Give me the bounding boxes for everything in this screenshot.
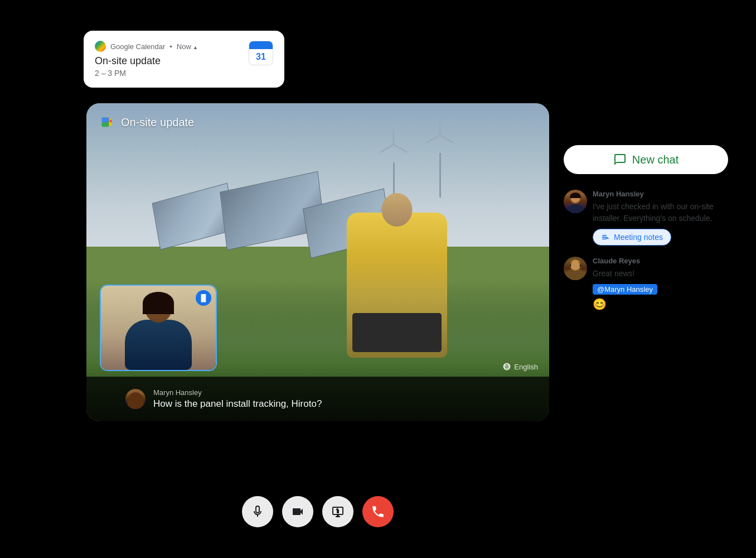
turbine-pole: [439, 153, 441, 198]
turbine-blades-1: [423, 119, 457, 153]
caption-avatar: [125, 389, 146, 409]
settings-icon: [502, 362, 511, 371]
meeting-notes-chip[interactable]: Meeting notes: [593, 229, 671, 246]
chat-message-1: Maryn Hansley I've just checked in with …: [564, 190, 728, 246]
chat-panel: New chat Maryn Hansley I've just checked…: [564, 145, 728, 322]
person-head: [382, 193, 413, 227]
pip-video: ▐▌: [100, 285, 217, 371]
mic-button[interactable]: [242, 496, 273, 527]
present-button[interactable]: [322, 496, 353, 527]
maryn-name: Maryn Hansley: [593, 190, 728, 198]
new-chat-button[interactable]: New chat: [564, 145, 728, 174]
claude-avatar-img: [564, 257, 587, 280]
google-calendar-icon: [95, 41, 106, 52]
notification-title: On-site update: [95, 55, 242, 67]
claude-name: Claude Reyes: [593, 257, 728, 265]
caption-bar: Maryn Hansley How is the panel install t…: [86, 377, 549, 421]
claude-avatar: [564, 257, 587, 280]
maryn-avatar-img: [564, 190, 587, 213]
reaction-emoji: 😊: [593, 297, 728, 311]
end-call-button[interactable]: [362, 496, 394, 527]
caption-avatar-figure: [128, 392, 143, 409]
caption-speaker-name: Maryn Hansley: [153, 388, 493, 397]
video-header: On-site update: [100, 114, 194, 130]
pip-audio-indicator: ▐▌: [196, 290, 211, 306]
person-laptop: [352, 313, 442, 352]
maryn-message-body: Maryn Hansley I've just checked in with …: [593, 190, 728, 246]
present-icon: [331, 505, 345, 518]
notification-time: Now: [177, 42, 198, 51]
notification-card: Google Calendar • Now On-site update 2 –…: [84, 31, 284, 88]
mic-icon: [251, 505, 264, 518]
caption-text: How is the panel install tracking, Hirot…: [153, 398, 493, 410]
calendar-day: 31: [256, 49, 266, 65]
notification-header: Google Calendar • Now: [95, 41, 242, 52]
notification-content: Google Calendar • Now On-site update 2 –…: [95, 41, 242, 78]
turbine-blade: [393, 143, 408, 153]
calendar-icon: 31: [249, 41, 273, 65]
turbine-blade: [393, 129, 395, 145]
end-call-icon: [371, 504, 385, 519]
svg-point-6: [571, 261, 580, 270]
notes-icon: [601, 233, 610, 242]
pip-person-hair: [143, 292, 174, 314]
wind-turbine-1: [423, 119, 457, 198]
maryn-avatar: [564, 190, 587, 213]
video-call-title: On-site update: [121, 116, 194, 129]
meeting-notes-label: Meeting notes: [614, 233, 663, 242]
pip-person: [122, 292, 195, 370]
chat-message-2: Claude Reyes Great news! @Maryn Hansley …: [564, 257, 728, 311]
notification-dot: •: [169, 42, 172, 51]
chevron-up-icon: [193, 42, 198, 51]
new-chat-label: New chat: [632, 153, 679, 166]
mention-chip: @Maryn Hansley: [593, 284, 657, 295]
camera-icon: [291, 505, 304, 518]
notification-subtitle: 2 – 3 PM: [95, 69, 242, 78]
claude-message-text: Great news!: [593, 268, 728, 280]
video-call-container: On-site update English Maryn Hansley How…: [86, 103, 549, 421]
pip-person-body: [125, 320, 192, 370]
notification-source: Google Calendar: [110, 42, 165, 51]
camera-button[interactable]: [282, 496, 313, 527]
turbine-blade: [439, 134, 454, 143]
controls-bar: [86, 496, 549, 527]
chat-icon: [613, 153, 627, 166]
meet-logo: [100, 114, 115, 130]
turbine-blades-2: [377, 129, 410, 162]
calendar-header: [249, 41, 273, 49]
language-indicator: English: [502, 362, 538, 371]
main-video: On-site update English Maryn Hansley How…: [86, 103, 549, 421]
language-label: English: [514, 363, 538, 371]
person-body: [347, 213, 447, 358]
claude-message-body: Claude Reyes Great news! @Maryn Hansley …: [593, 257, 728, 311]
person-figure: [347, 213, 447, 358]
turbine-blade: [426, 134, 440, 143]
caption-content: Maryn Hansley How is the panel install t…: [153, 388, 493, 410]
turbine-blade: [439, 119, 441, 135]
svg-point-2: [565, 204, 585, 213]
maryn-message-text: I've just checked in with our on-site in…: [593, 201, 728, 224]
turbine-blade: [380, 143, 394, 153]
